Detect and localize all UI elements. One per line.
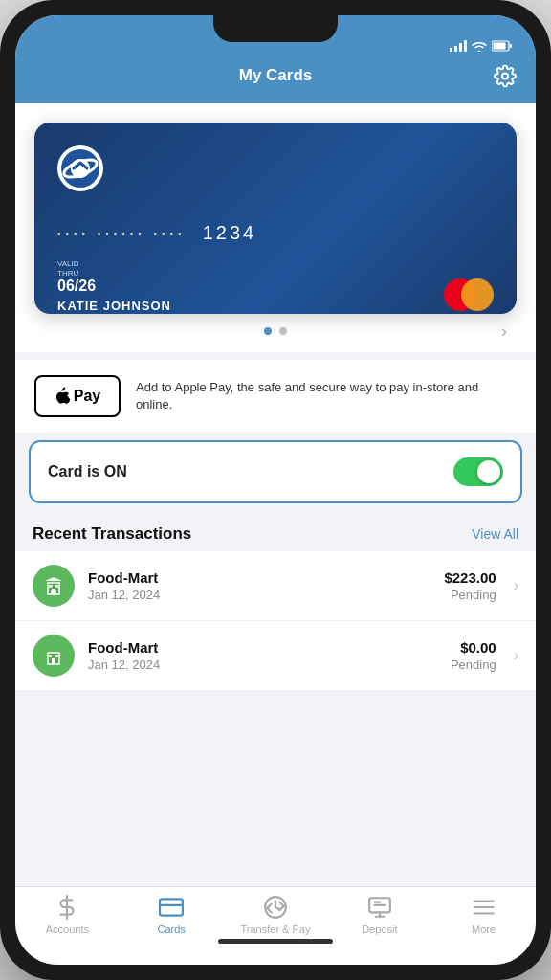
svg-rect-11 xyxy=(52,589,55,594)
phone-screen: My Cards xyxy=(15,15,536,965)
signal-icon xyxy=(450,40,467,52)
svg-rect-18 xyxy=(160,899,183,915)
amount-status-2: Pending xyxy=(451,657,496,672)
transaction-item-2[interactable]: Food-Mart Jan 12, 2024 $0.00 Pending › xyxy=(15,621,536,691)
main-content: •••• •••••• •••• 1234 VALIDTHRU 06/26 KA… xyxy=(15,103,536,886)
svg-rect-14 xyxy=(52,658,55,664)
transactions-header: Recent Transactions View All xyxy=(15,511,536,551)
svg-rect-13 xyxy=(55,585,58,588)
card-info: VALIDTHRU 06/26 KATIE JOHNSON xyxy=(57,259,171,313)
transaction-name-2: Food-Mart xyxy=(88,639,437,656)
card-expiry: 06/26 xyxy=(57,278,171,295)
transactions-title: Recent Transactions xyxy=(33,524,191,544)
status-icons xyxy=(450,40,513,52)
transaction-name-1: Food-Mart xyxy=(88,569,430,586)
toggle-thumb xyxy=(477,460,500,483)
nav-label-cards: Cards xyxy=(158,924,186,935)
deposit-icon xyxy=(367,895,392,920)
apple-pay-badge[interactable]: Pay xyxy=(34,375,121,417)
nav-label-more: More xyxy=(472,924,496,935)
nav-item-accounts[interactable]: Accounts xyxy=(15,895,120,935)
nav-item-more[interactable]: More xyxy=(431,895,536,935)
svg-point-3 xyxy=(502,74,508,79)
valid-thru-label: VALIDTHRU xyxy=(57,259,171,278)
card-brand-logo xyxy=(57,145,103,191)
transaction-amount-2: $0.00 Pending xyxy=(451,639,496,672)
card-toggle-section[interactable]: Card is ON xyxy=(29,440,522,503)
card-toggle-label: Card is ON xyxy=(48,463,127,480)
apple-logo-icon xyxy=(55,387,70,406)
nav-label-accounts: Accounts xyxy=(46,924,89,935)
transaction-date-2: Jan 12, 2024 xyxy=(88,657,437,672)
transfer-icon xyxy=(263,895,288,920)
wifi-icon xyxy=(472,40,487,52)
transaction-info-2: Food-Mart Jan 12, 2024 xyxy=(88,639,437,672)
carousel-next-icon[interactable]: › xyxy=(501,322,507,342)
phone-frame: My Cards xyxy=(0,0,551,980)
nav-item-cards[interactable]: Cards xyxy=(120,895,224,935)
credit-card[interactable]: •••• •••••• •••• 1234 VALIDTHRU 06/26 KA… xyxy=(34,122,517,314)
transaction-date-1: Jan 12, 2024 xyxy=(88,588,430,602)
transaction-chevron-1: › xyxy=(514,577,518,594)
apple-pay-description: Add to Apple Pay, the safe and secure wa… xyxy=(136,379,517,413)
svg-rect-16 xyxy=(55,655,58,657)
page-title: My Cards xyxy=(239,66,313,85)
svg-rect-15 xyxy=(49,655,52,657)
transaction-item-1[interactable]: Food-Mart Jan 12, 2024 $223.00 Pending › xyxy=(15,551,536,621)
cardholder-name: KATIE JOHNSON xyxy=(57,299,171,313)
accounts-icon xyxy=(55,895,79,920)
amount-status-1: Pending xyxy=(444,588,496,602)
amount-value-1: $223.00 xyxy=(444,569,496,586)
card-toggle-switch[interactable] xyxy=(453,457,503,486)
svg-rect-2 xyxy=(510,44,513,48)
notch xyxy=(213,15,338,42)
pagination-dot-2[interactable] xyxy=(279,327,287,335)
mastercard-logo xyxy=(444,278,494,313)
card-number: •••• •••••• •••• 1234 xyxy=(57,222,494,244)
settings-icon[interactable] xyxy=(494,65,517,94)
card-bottom: VALIDTHRU 06/26 KATIE JOHNSON xyxy=(57,259,494,313)
transaction-icon-1 xyxy=(33,565,75,607)
svg-rect-12 xyxy=(49,585,52,588)
amount-value-2: $0.00 xyxy=(451,639,496,656)
more-icon xyxy=(472,895,496,920)
transaction-amount-1: $223.00 Pending xyxy=(444,569,496,602)
card-section: •••• •••••• •••• 1234 VALIDTHRU 06/26 KA… xyxy=(15,103,536,352)
cards-icon xyxy=(159,895,184,920)
transaction-icon-2 xyxy=(33,635,75,677)
svg-rect-1 xyxy=(494,43,506,50)
apple-pay-label: Pay xyxy=(74,388,100,405)
transaction-chevron-2: › xyxy=(514,647,518,664)
transaction-info-1: Food-Mart Jan 12, 2024 xyxy=(88,569,430,602)
bottom-nav: Accounts Cards Transfer & Pay xyxy=(15,886,536,965)
nav-label-transfer: Transfer & Pay xyxy=(241,924,311,935)
nav-label-deposit: Deposit xyxy=(362,924,397,935)
view-all-button[interactable]: View All xyxy=(472,526,518,542)
nav-item-transfer[interactable]: Transfer & Pay xyxy=(224,895,328,935)
nav-item-deposit[interactable]: Deposit xyxy=(327,895,431,935)
page-header: My Cards xyxy=(15,57,536,103)
card-pagination: › xyxy=(34,314,517,343)
home-indicator xyxy=(218,939,333,944)
apple-pay-section[interactable]: Pay Add to Apple Pay, the safe and secur… xyxy=(15,360,536,433)
pagination-dot-1[interactable] xyxy=(264,327,272,335)
battery-icon xyxy=(492,40,513,52)
